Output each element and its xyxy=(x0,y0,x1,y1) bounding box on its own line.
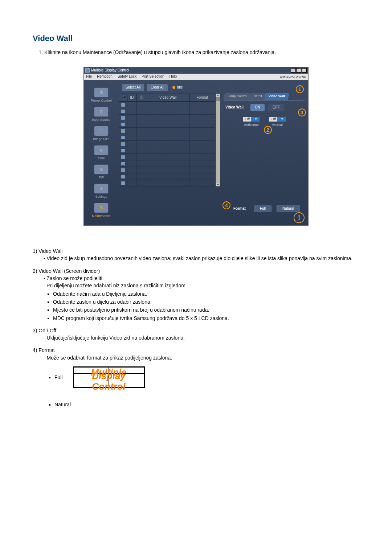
page-title: Video Wall xyxy=(33,33,359,44)
d1-line: - Video zid je skup međusobno povezanih … xyxy=(44,255,359,262)
table-row[interactable] xyxy=(119,160,215,167)
row-checkbox[interactable] xyxy=(121,175,125,178)
close-button[interactable]: ✕ xyxy=(302,68,307,73)
row-checkbox[interactable] xyxy=(121,123,125,126)
right-panel: 1 Lamp Control Scroll Video Wall Video W… xyxy=(220,80,308,225)
sidebar-item-input-source[interactable]: ▥ Input Source xyxy=(85,107,117,122)
d3-line: - Uključuje/isključuje funkciju Video zi… xyxy=(44,334,359,341)
description-section: 1) Video Wall - Video zid je skup međuso… xyxy=(33,247,359,409)
menu-port-selection[interactable]: Port Selection xyxy=(142,74,164,79)
power-icon: ⏻ xyxy=(94,87,109,98)
scroll-up-icon[interactable]: ▲ xyxy=(216,94,220,97)
horizontal-select[interactable]: Off▾ xyxy=(242,116,260,122)
off-button[interactable]: OFF xyxy=(268,104,285,111)
d4-head: 4) Format xyxy=(33,346,359,354)
row-checkbox[interactable] xyxy=(121,116,125,120)
video-wall-label: Video Wall xyxy=(225,105,244,110)
table-row[interactable] xyxy=(119,108,215,115)
row-checkbox[interactable] xyxy=(121,129,125,133)
clear-all-button[interactable]: Clear All xyxy=(147,84,168,91)
d2-li: MDC program koji isporučuje tvrtka Samsu… xyxy=(53,315,359,322)
d2-line1: - Zaslon se može podijeliti. xyxy=(44,275,359,282)
scroll-thumb[interactable] xyxy=(216,97,220,101)
d1-head: 1) Video Wall xyxy=(33,247,359,255)
col-id: ID xyxy=(127,94,137,102)
table-row[interactable] xyxy=(119,147,215,154)
mdc-full-illustration: Multiple Display Control xyxy=(73,366,145,388)
maximize-button[interactable]: ▢ xyxy=(296,68,301,73)
window-title: Multiple Display Control xyxy=(91,68,129,73)
minimize-button[interactable]: _ xyxy=(291,68,296,73)
sidebar-item-settings[interactable]: ⚙ Settings xyxy=(85,184,117,199)
select-all-button[interactable]: Select All xyxy=(122,84,144,91)
table-row[interactable] xyxy=(119,134,215,141)
menubar: File Remocon Safety Lock Port Selection … xyxy=(84,74,308,80)
row-checkbox[interactable] xyxy=(121,168,125,172)
table-row[interactable] xyxy=(119,141,215,147)
sidenav: ⏻ Power Control ▥ Input Source ⛶ Image S… xyxy=(84,80,119,225)
row-checkbox[interactable] xyxy=(121,142,125,146)
table-row[interactable] xyxy=(119,154,215,160)
maintenance-icon: 🛠 xyxy=(94,203,109,213)
sidebar-item-time[interactable]: ◐ Time xyxy=(85,145,117,161)
sidebar-label: Input Source xyxy=(85,118,117,122)
row-checkbox[interactable] xyxy=(121,110,125,113)
table-row[interactable] xyxy=(119,102,215,108)
col-video-wall: Video Wall xyxy=(146,94,190,102)
table-row[interactable] xyxy=(119,180,215,186)
table-row[interactable] xyxy=(119,173,215,180)
pip-icon: ▣ xyxy=(94,164,109,175)
sidebar-item-power-control[interactable]: ⏻ Power Control xyxy=(85,87,117,103)
format-full-button[interactable]: Full xyxy=(254,205,272,213)
callout-4: 4 xyxy=(222,201,230,209)
row-checkbox[interactable] xyxy=(121,162,125,165)
sidebar-label: Power Control xyxy=(85,98,117,103)
sidebar-item-pip[interactable]: ▣ PIP xyxy=(85,164,117,180)
format-label: Format xyxy=(233,206,246,212)
row-checkbox[interactable] xyxy=(121,181,125,185)
d4-line: - Može se odabrati format za prikaz podi… xyxy=(44,354,359,361)
sidebar-label: Image Size xyxy=(85,137,117,141)
tab-scroll[interactable]: Scroll xyxy=(249,93,266,100)
table-row[interactable] xyxy=(119,167,215,173)
d3-head: 3) On / Off xyxy=(33,327,359,334)
menu-file[interactable]: File xyxy=(86,74,92,79)
table-row[interactable] xyxy=(119,115,215,121)
time-icon: ◐ xyxy=(94,145,109,155)
sidebar-item-image-size[interactable]: ⛶ Image Size xyxy=(85,126,117,141)
row-checkbox[interactable] xyxy=(121,149,125,152)
titlebar: Multiple Display Control _ ▢ ✕ xyxy=(84,67,308,74)
table-row[interactable] xyxy=(119,128,215,134)
menu-help[interactable]: Help xyxy=(169,74,177,79)
vertical-select[interactable]: Off▾ xyxy=(269,116,286,122)
format-natural-button[interactable]: Natural xyxy=(276,205,300,213)
brand-label: SAMSUNG DIGITall xyxy=(280,75,306,79)
row-checkbox[interactable] xyxy=(121,103,125,107)
horizontal-label: Horizontal xyxy=(242,123,260,127)
vertical-label: Vertical xyxy=(269,123,286,127)
intro-text: Kliknite na ikonu Maintenance (Održavanj… xyxy=(44,49,276,55)
grid-header: ID ⓘ Video Wall Format xyxy=(119,94,215,102)
row-checkbox[interactable] xyxy=(121,155,125,159)
warning-icon: ! xyxy=(294,212,305,223)
scrollbar[interactable]: ▲ ▼ xyxy=(215,94,220,187)
natural-bullet: Natural xyxy=(54,401,359,408)
tab-video-wall[interactable]: Video Wall xyxy=(264,93,289,100)
table-row[interactable] xyxy=(119,121,215,128)
mdc-text: Control xyxy=(92,381,125,392)
settings-icon: ⚙ xyxy=(94,184,109,194)
d2-li: Odaberite način rada u Dijeljenju zaslon… xyxy=(53,290,359,297)
on-button[interactable]: ON xyxy=(250,104,265,111)
input-icon: ▥ xyxy=(94,107,109,117)
sidebar-item-maintenance[interactable]: 🛠 Maintenance xyxy=(85,203,117,218)
menu-remocon[interactable]: Remocon xyxy=(97,74,113,79)
app-window: Multiple Display Control _ ▢ ✕ File Remo… xyxy=(83,67,309,226)
scroll-down-icon[interactable]: ▼ xyxy=(216,183,220,186)
header-checkbox[interactable] xyxy=(123,95,123,100)
app-icon xyxy=(85,68,90,73)
tab-lamp-control[interactable]: Lamp Control xyxy=(223,93,252,100)
menu-safety-lock[interactable]: Safety Lock xyxy=(118,74,136,79)
row-checkbox[interactable] xyxy=(121,136,125,139)
sidebar-label: Settings xyxy=(85,194,117,199)
idle-indicator: Idle xyxy=(172,85,183,90)
